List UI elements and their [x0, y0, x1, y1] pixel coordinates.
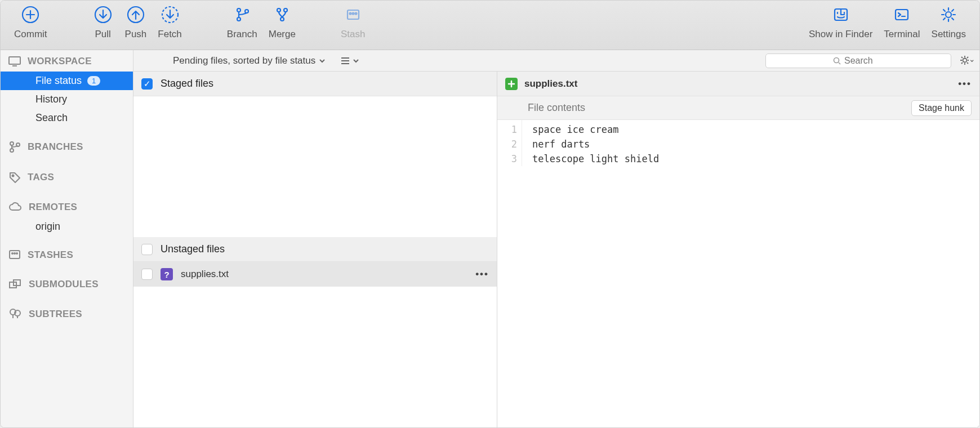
fetch-button[interactable]: Fetch	[152, 4, 188, 40]
sidebar-section-branches[interactable]: BRANCHES	[1, 135, 133, 158]
svg-point-21	[12, 175, 14, 177]
settings-button[interactable]: Settings	[926, 4, 972, 40]
arrow-down-circle-icon	[92, 4, 114, 25]
search-field[interactable]	[844, 56, 884, 66]
unstaged-checkbox[interactable]	[141, 244, 153, 255]
dashed-arrow-down-circle-icon	[159, 4, 181, 25]
gear-icon	[938, 4, 959, 25]
terminal-icon	[891, 4, 912, 25]
sidebar-section-remotes[interactable]: REMOTES	[1, 196, 133, 217]
svg-point-24	[14, 253, 15, 254]
plus-circle-icon	[20, 4, 41, 25]
content: Pending files, sorted by file status	[133, 50, 979, 427]
merge-icon	[271, 4, 293, 25]
diff-filename: supplies.txt	[524, 78, 577, 90]
sidebar-section-workspace[interactable]: WORKSPACE	[1, 50, 133, 72]
arrow-up-circle-icon	[125, 4, 146, 25]
sort-dropdown[interactable]: Pending files, sorted by file status	[173, 55, 326, 66]
tag-icon	[8, 171, 21, 184]
sidebar-section-tags[interactable]: TAGS	[1, 166, 133, 188]
view-settings-button[interactable]	[959, 54, 974, 68]
chevron-down-icon	[319, 57, 326, 64]
diff-file-header: supplies.txt •••	[497, 72, 979, 96]
branch-button[interactable]: Branch	[221, 4, 263, 40]
file-status-unknown-icon: ?	[161, 268, 173, 280]
unstaged-files-header[interactable]: Unstaged files	[133, 237, 497, 262]
hunk-label: File contents	[528, 102, 585, 114]
toolbar: Commit Pull Push Fetch Branch Merge Stas…	[1, 1, 979, 50]
terminal-button[interactable]: Terminal	[878, 4, 925, 40]
cloud-icon	[8, 202, 22, 212]
chevron-down-icon	[353, 57, 359, 64]
staged-files-header[interactable]: Staged files	[133, 72, 497, 96]
stash-button[interactable]: Stash	[335, 4, 371, 40]
file-more-button[interactable]: •••	[475, 269, 489, 280]
sidebar-item-history[interactable]: History	[1, 90, 133, 109]
file-status-added-icon	[505, 78, 518, 90]
monitor-icon	[8, 56, 21, 66]
file-list-pane: Staged files Unstaged files ? supplies.t…	[133, 72, 497, 427]
code-view: 1 2 3 space ice cream nerf darts telesco…	[497, 120, 979, 166]
svg-point-13	[355, 13, 357, 15]
svg-point-18	[10, 142, 14, 145]
stash-box-icon	[8, 249, 21, 261]
file-row[interactable]: ? supplies.txt •••	[133, 262, 497, 287]
file-status-badge: 1	[87, 76, 100, 86]
unstaged-files-area	[133, 287, 497, 427]
branch-icon	[231, 4, 253, 25]
svg-point-19	[10, 149, 14, 152]
sidebar-section-submodules[interactable]: SUBMODULES	[1, 273, 133, 295]
code-lines[interactable]: space ice cream nerf darts telescope lig…	[522, 120, 659, 166]
chevron-down-icon	[970, 58, 974, 64]
push-button[interactable]: Push	[119, 4, 153, 40]
merge-button[interactable]: Merge	[263, 4, 301, 40]
stash-icon	[342, 4, 364, 25]
svg-point-25	[16, 253, 17, 254]
svg-point-23	[12, 253, 13, 254]
line-gutter: 1 2 3	[497, 120, 522, 166]
svg-rect-17	[9, 57, 20, 64]
svg-point-30	[834, 57, 839, 63]
filter-bar: Pending files, sorted by file status	[133, 50, 979, 72]
search-input[interactable]	[765, 54, 951, 68]
show-in-finder-button[interactable]: Show in Finder	[803, 4, 878, 40]
list-icon	[340, 57, 350, 65]
svg-point-31	[963, 58, 967, 62]
svg-point-12	[352, 13, 354, 15]
gear-icon	[959, 55, 969, 67]
svg-point-11	[349, 13, 351, 15]
svg-point-16	[946, 12, 951, 17]
submodules-icon	[8, 279, 22, 290]
sidebar-item-search[interactable]: Search	[1, 109, 133, 127]
main: WORKSPACE File status 1 History Search B…	[1, 50, 979, 427]
staged-checkbox[interactable]	[141, 78, 153, 90]
sidebar-item-origin[interactable]: origin	[1, 217, 133, 236]
pull-button[interactable]: Pull	[87, 4, 119, 40]
sidebar-section-subtrees[interactable]: SUBTREES	[1, 302, 133, 325]
sidebar-section-stashes[interactable]: STASHES	[1, 244, 133, 265]
stage-hunk-button[interactable]: Stage hunk	[911, 100, 972, 116]
branch-icon	[8, 141, 21, 153]
search-icon	[833, 57, 841, 65]
diff-more-button[interactable]: •••	[958, 78, 972, 90]
hunk-bar: File contents Stage hunk	[497, 96, 979, 120]
sidebar: WORKSPACE File status 1 History Search B…	[1, 50, 133, 427]
commit-button[interactable]: Commit	[8, 4, 53, 40]
finder-icon	[830, 4, 852, 25]
list-mode-dropdown[interactable]	[335, 57, 359, 65]
diff-pane: supplies.txt ••• File contents Stage hun…	[497, 72, 979, 427]
file-checkbox[interactable]	[141, 269, 153, 280]
staged-files-area	[133, 96, 497, 237]
file-name: supplies.txt	[181, 269, 229, 280]
sidebar-item-file-status[interactable]: File status 1	[1, 72, 133, 90]
svg-rect-15	[896, 10, 908, 20]
subtrees-icon	[8, 308, 22, 320]
